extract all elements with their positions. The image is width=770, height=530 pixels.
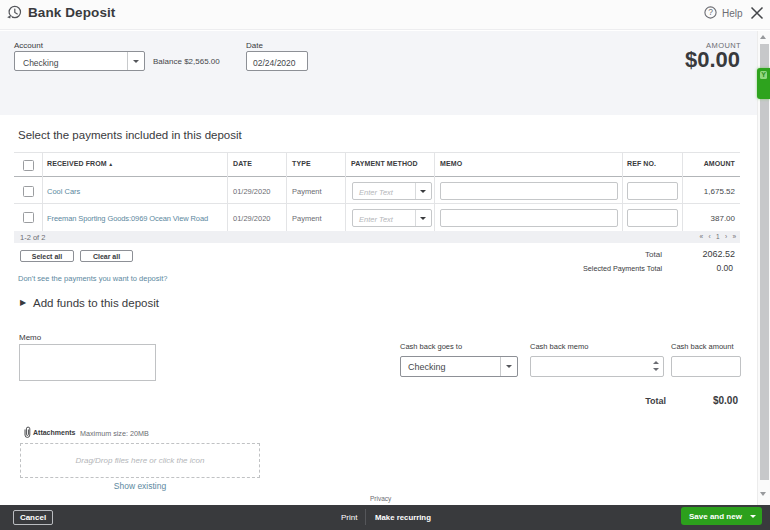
- svg-text:?: ?: [708, 7, 713, 17]
